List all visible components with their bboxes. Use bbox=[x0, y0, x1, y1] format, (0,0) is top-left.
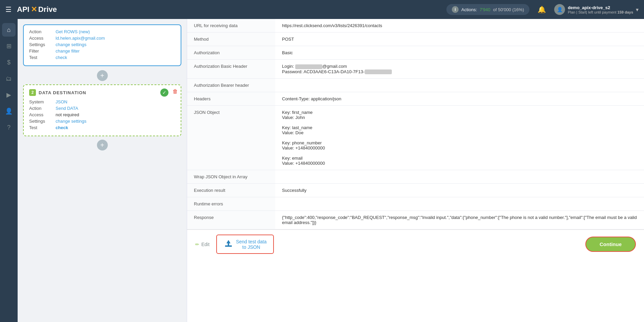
row-value: Content-Type: application/json bbox=[275, 92, 644, 106]
add-button-2[interactable]: + bbox=[97, 140, 108, 150]
row-value: {"http_code":400,"response_code":"BAD_RE… bbox=[275, 211, 644, 229]
dest-check-icon: ✓ bbox=[160, 88, 168, 97]
edit-icon: ✏ bbox=[195, 242, 199, 247]
filter-value[interactable]: change filter bbox=[56, 48, 80, 54]
row-label: Authorization Basic Header bbox=[187, 60, 275, 79]
dest-test-row: Test check bbox=[29, 125, 175, 130]
sidebar-item-tasks[interactable]: 🗂 bbox=[2, 72, 16, 85]
actions-counter: i Actions: 7'940 of 50'000 (16%) bbox=[446, 4, 529, 15]
table-row: Execution result Successfully bbox=[187, 184, 644, 197]
edit-label: Edit bbox=[201, 242, 209, 247]
upload-icon bbox=[224, 239, 233, 250]
continue-button[interactable]: Continue bbox=[585, 237, 636, 252]
row-label: Authorization bbox=[187, 46, 275, 60]
logo-x: ✕ bbox=[31, 5, 37, 14]
svg-marker-1 bbox=[226, 240, 230, 245]
table-row: Response {"http_code":400,"response_code… bbox=[187, 211, 644, 229]
row-value: Key: first_nameValue: John Key: last_nam… bbox=[275, 106, 644, 170]
sidebar-item-billing[interactable]: $ bbox=[2, 56, 16, 69]
table-row: Headers Content-Type: application/json bbox=[187, 92, 644, 106]
row-label: Wrap JSON Object in Array bbox=[187, 170, 275, 184]
bottom-bar: ✏ Edit Send test data to JSON Continue bbox=[187, 229, 644, 259]
dest-settings-value[interactable]: change settings bbox=[56, 119, 86, 124]
settings-value[interactable]: change settings bbox=[56, 42, 86, 47]
row-value: Basic bbox=[275, 46, 644, 60]
row-label: JSON Object bbox=[187, 106, 275, 170]
dest-action-label: Action bbox=[29, 106, 53, 111]
logo-drive: Drive bbox=[38, 5, 57, 14]
edit-button[interactable]: ✏ Edit bbox=[195, 242, 209, 247]
add-button-1[interactable]: + bbox=[97, 70, 108, 81]
row-label: Authorization Bearer header bbox=[187, 79, 275, 92]
row-value: https://rest.clicksend.com/v3/lists/2426… bbox=[275, 19, 644, 33]
dest-number: 2 bbox=[29, 89, 36, 96]
row-value bbox=[275, 79, 644, 92]
dest-test-value[interactable]: check bbox=[56, 125, 68, 130]
sidebar-item-grid[interactable]: ⊞ bbox=[2, 39, 16, 53]
source-access-row: Access ld.helen.apix@gmail.com bbox=[29, 36, 175, 41]
dest-system-label: System bbox=[29, 99, 53, 104]
settings-label: Settings bbox=[29, 42, 53, 47]
table-row: Authorization Basic bbox=[187, 46, 644, 60]
dest-settings-row: Settings change settings bbox=[29, 119, 175, 124]
source-card: Action Get ROWS (new) Access ld.helen.ap… bbox=[23, 24, 181, 66]
right-panel: URL for receiving data https://rest.clic… bbox=[187, 19, 644, 322]
test-value[interactable]: check bbox=[56, 55, 67, 60]
row-value: Login: @gmail.com Password: ACD3AAE6-C13… bbox=[275, 60, 644, 79]
logo-text: API bbox=[17, 5, 29, 14]
source-action-row: Action Get ROWS (new) bbox=[29, 29, 175, 34]
table-row: Method POST bbox=[187, 33, 644, 46]
access-label: Access bbox=[29, 36, 53, 41]
access-value[interactable]: ld.helen.apix@gmail.com bbox=[56, 36, 105, 41]
user-name: demo_apix-drive_s2 bbox=[568, 5, 633, 10]
connector-add-dest: + bbox=[23, 140, 181, 150]
dest-delete-icon[interactable]: 🗑 bbox=[173, 88, 178, 95]
table-row: Authorization Bearer header bbox=[187, 79, 644, 92]
source-settings-row: Settings change settings bbox=[29, 42, 175, 47]
dest-access-value: not required bbox=[56, 112, 79, 117]
detail-table: URL for receiving data https://rest.clic… bbox=[187, 19, 644, 229]
action-label: Action bbox=[29, 29, 53, 34]
dest-system-value[interactable]: JSON bbox=[56, 99, 67, 104]
action-value[interactable]: Get ROWS (new) bbox=[56, 29, 90, 34]
info-icon: i bbox=[452, 6, 459, 13]
sidebar-item-home[interactable]: ⌂ bbox=[2, 23, 16, 37]
source-test-row: Test check bbox=[29, 55, 175, 60]
left-panel: Action Get ROWS (new) Access ld.helen.ap… bbox=[18, 19, 187, 322]
dest-action-value[interactable]: Send DATA bbox=[56, 106, 78, 111]
sidebar: ⌂ ⊞ $ 🗂 ▶ 👤 ? bbox=[0, 19, 18, 322]
send-test-button[interactable]: Send test data to JSON bbox=[216, 235, 274, 254]
chevron-down-icon[interactable]: ▾ bbox=[636, 6, 639, 13]
table-row: Wrap JSON Object in Array bbox=[187, 170, 644, 184]
table-row: URL for receiving data https://rest.clic… bbox=[187, 19, 644, 33]
avatar: 👤 bbox=[554, 4, 565, 15]
user-menu[interactable]: 👤 demo_apix-drive_s2 Plan | Start| left … bbox=[554, 4, 639, 15]
row-value: Successfully bbox=[275, 184, 644, 197]
user-plan: Plan | Start| left until payment 159 day… bbox=[568, 10, 633, 14]
table-row: JSON Object Key: first_nameValue: John K… bbox=[187, 106, 644, 170]
row-label: Runtime errors bbox=[187, 197, 275, 211]
source-filter-row: Filter change filter bbox=[29, 48, 175, 54]
dest-system-row: System JSON bbox=[29, 99, 175, 104]
row-label: Headers bbox=[187, 92, 275, 106]
row-label: Execution result bbox=[187, 184, 275, 197]
dest-settings-label: Settings bbox=[29, 119, 53, 124]
test-label: Test bbox=[29, 55, 53, 60]
dest-title: DATA DESTINATION bbox=[39, 90, 86, 95]
row-value: POST bbox=[275, 33, 644, 46]
dest-action-row: Action Send DATA bbox=[29, 106, 175, 111]
sidebar-item-play[interactable]: ▶ bbox=[2, 88, 16, 102]
blurred-login bbox=[295, 64, 322, 69]
row-label: Method bbox=[187, 33, 275, 46]
row-value bbox=[275, 170, 644, 184]
sidebar-item-user[interactable]: 👤 bbox=[2, 104, 16, 118]
row-label: URL for receiving data bbox=[187, 19, 275, 33]
table-row: Runtime errors bbox=[187, 197, 644, 211]
hamburger-icon[interactable]: ☰ bbox=[5, 5, 12, 14]
blurred-password bbox=[365, 69, 392, 74]
main-layout: ⌂ ⊞ $ 🗂 ▶ 👤 ? Action Get ROWS (new) Acce… bbox=[0, 19, 644, 322]
dest-access-row: Access not required bbox=[29, 112, 175, 117]
bell-icon[interactable]: 🔔 bbox=[535, 5, 549, 14]
table-row: Authorization Basic Header Login: @gmail… bbox=[187, 60, 644, 79]
sidebar-item-help[interactable]: ? bbox=[2, 121, 16, 134]
